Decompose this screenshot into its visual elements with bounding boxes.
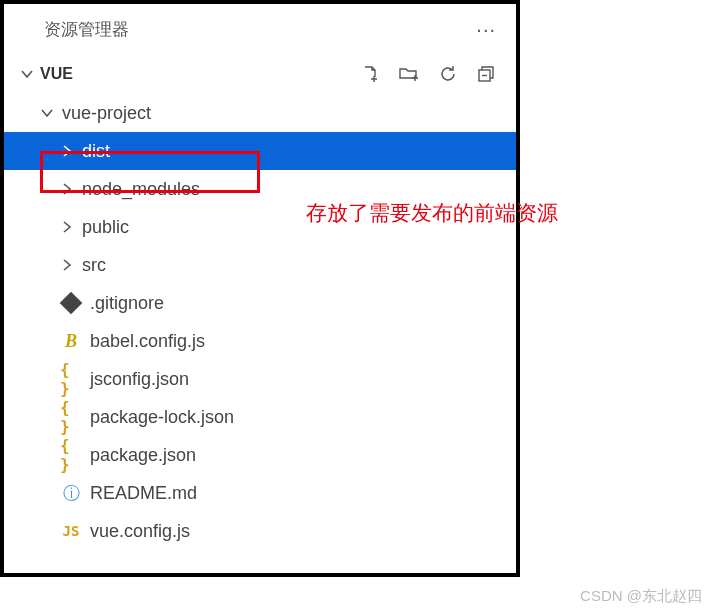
tree-item[interactable]: src [4, 246, 516, 284]
json-icon: { } [60, 406, 82, 428]
tree-item-label: vue.config.js [90, 521, 190, 542]
chevron-right-icon [60, 258, 74, 272]
panel-header: 资源管理器 ··· [4, 4, 516, 54]
chevron-down-icon [20, 67, 34, 81]
info-icon: ⓘ [60, 482, 82, 504]
tree-item[interactable]: Bbabel.config.js [4, 322, 516, 360]
tree-item-label: package.json [90, 445, 196, 466]
chevron-right-icon [60, 182, 74, 196]
section-left: VUE [20, 65, 73, 83]
tree-item-label: src [82, 255, 106, 276]
tree-item-label: jsconfig.json [90, 369, 189, 390]
explorer-panel: 资源管理器 ··· VUE vue-project distnode_modul… [0, 0, 520, 577]
header-title: 资源管理器 [44, 18, 129, 41]
tree-item-label: dist [82, 141, 110, 162]
more-actions-icon[interactable]: ··· [476, 18, 496, 41]
new-folder-icon[interactable] [398, 64, 420, 84]
tree-item-label: README.md [90, 483, 197, 504]
toolbar [360, 64, 496, 84]
gitignore-icon [60, 292, 82, 314]
annotation-text: 存放了需要发布的前端资源 [306, 199, 558, 227]
chevron-right-icon [60, 220, 74, 234]
babel-icon: B [60, 330, 82, 352]
refresh-icon[interactable] [438, 64, 458, 84]
json-icon: { } [60, 368, 82, 390]
tree-item-label: vue-project [62, 103, 151, 124]
section-title: VUE [40, 65, 73, 83]
collapse-all-icon[interactable] [476, 64, 496, 84]
tree-item[interactable]: JSvue.config.js [4, 512, 516, 550]
tree-item-label: babel.config.js [90, 331, 205, 352]
new-file-icon[interactable] [360, 64, 380, 84]
tree-folder-root[interactable]: vue-project [4, 94, 516, 132]
tree-item-label: .gitignore [90, 293, 164, 314]
json-icon: { } [60, 444, 82, 466]
tree-item-label: public [82, 217, 129, 238]
tree-items-container: distnode_modulespublicsrc.gitignoreBbabe… [4, 132, 516, 550]
chevron-right-icon [60, 144, 74, 158]
tree-item[interactable]: { }package-lock.json [4, 398, 516, 436]
tree-item[interactable]: { }jsconfig.json [4, 360, 516, 398]
tree-item[interactable]: ⓘREADME.md [4, 474, 516, 512]
tree-item-label: package-lock.json [90, 407, 234, 428]
tree-item-label: node_modules [82, 179, 200, 200]
tree-item[interactable]: dist [4, 132, 516, 170]
tree-item[interactable]: .gitignore [4, 284, 516, 322]
js-icon: JS [60, 520, 82, 542]
section-row[interactable]: VUE [4, 54, 516, 94]
tree-item[interactable]: { }package.json [4, 436, 516, 474]
chevron-down-icon [40, 106, 54, 120]
watermark: CSDN @东北赵四 [580, 587, 702, 606]
